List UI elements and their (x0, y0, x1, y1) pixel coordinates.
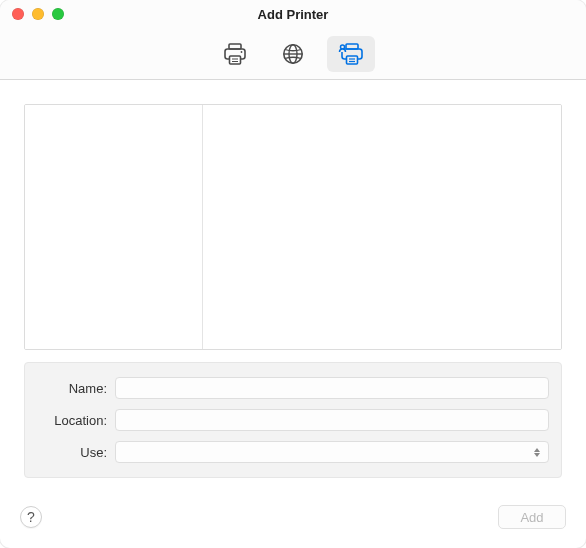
add-button-label: Add (520, 510, 543, 525)
content-area: Name: Location: Use: (0, 80, 586, 494)
use-label: Use: (37, 445, 115, 460)
footer: ? Add (0, 494, 586, 548)
titlebar: Add Printer (0, 0, 586, 28)
shared-printer-icon (338, 42, 365, 66)
name-input[interactable] (115, 377, 549, 399)
window-title: Add Printer (0, 7, 586, 22)
form-panel: Name: Location: Use: (24, 362, 562, 478)
help-icon: ? (27, 509, 35, 525)
browser-panel (24, 104, 562, 350)
printer-list[interactable] (203, 105, 561, 349)
name-row: Name: (37, 377, 549, 399)
stepper-arrows-icon (532, 445, 542, 459)
tab-ip[interactable] (269, 36, 317, 72)
svg-rect-2 (230, 56, 241, 64)
name-label: Name: (37, 381, 115, 396)
zoom-button[interactable] (52, 8, 64, 20)
tab-windows[interactable] (327, 36, 375, 72)
toolbar (0, 28, 586, 80)
location-row: Location: (37, 409, 549, 431)
use-row: Use: (37, 441, 549, 463)
minimize-button[interactable] (32, 8, 44, 20)
globe-icon (281, 42, 305, 66)
location-label: Location: (37, 413, 115, 428)
close-button[interactable] (12, 8, 24, 20)
svg-point-5 (241, 51, 243, 53)
traffic-lights (0, 8, 64, 20)
add-button[interactable]: Add (498, 505, 566, 529)
tab-default[interactable] (211, 36, 259, 72)
printer-icon (222, 42, 248, 66)
add-printer-window: Add Printer (0, 0, 586, 548)
svg-rect-11 (346, 56, 357, 64)
workgroup-list[interactable] (25, 105, 203, 349)
use-select[interactable] (115, 441, 549, 463)
location-input[interactable] (115, 409, 549, 431)
help-button[interactable]: ? (20, 506, 42, 528)
